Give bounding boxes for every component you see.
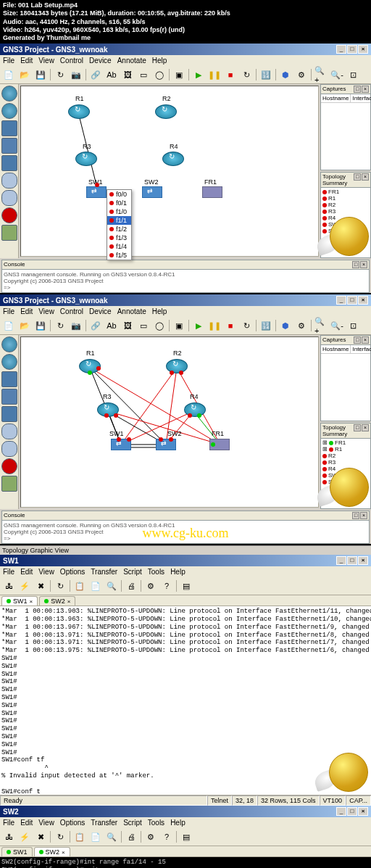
menu-annotate[interactable]: Annotate [117,307,146,315]
cube-button[interactable]: ⬢ [278,318,293,333]
reconnect-button[interactable]: ↻ [53,579,67,593]
image-button[interactable]: 🖼 [120,318,135,333]
new-button[interactable]: 📄 [1,67,16,82]
menu-control[interactable]: Control [60,307,83,315]
open-button[interactable]: 📂 [17,67,32,82]
title-bar[interactable]: SW1 _ □ × [0,555,371,566]
print-button[interactable]: 🖨 [124,830,138,844]
iface-item-f13[interactable]: f1/3 [107,233,131,242]
minimize-button[interactable]: _ [336,45,346,54]
tab-sw1[interactable]: SW1 [1,847,33,856]
stop-button[interactable]: ■ [223,67,238,82]
menu-help[interactable]: Help [152,57,167,65]
menu-edit[interactable]: Edit [20,819,33,827]
connect-button[interactable]: 🖧 [1,830,16,844]
panel-close-button[interactable]: × [362,424,369,431]
pause-button[interactable]: ❚❚ [207,67,222,82]
minimize-button[interactable]: _ [336,807,346,816]
captures-col-interface[interactable]: Interface [351,94,371,102]
iface-item-f14[interactable]: f1/4 [107,242,131,251]
panel-undock-button[interactable]: □ [352,261,359,268]
minimize-button[interactable]: _ [336,556,346,565]
close-button[interactable]: × [358,807,368,816]
menu-file[interactable]: File [3,307,14,315]
node-r2[interactable] [155,104,177,119]
reload-button[interactable]: ↻ [239,67,254,82]
zoom-fit-button[interactable]: ⊡ [346,67,360,82]
tab-close-icon[interactable]: × [30,598,33,605]
router-tool-icon[interactable] [1,336,17,352]
save-button[interactable]: 💾 [33,318,48,333]
cloud-tool-icon[interactable] [1,173,17,189]
panel-undock-button[interactable]: □ [354,173,361,181]
node-sw1[interactable] [86,186,107,198]
help-button[interactable]: ? [159,830,174,844]
console-button[interactable]: ▣ [172,318,186,333]
console-output[interactable]: GNS3 management console. Running on GNS3… [2,270,369,292]
title-bar[interactable]: GNS3 Project - GNS3_wwnoak _ □ × [0,44,371,55]
menu-script[interactable]: Script [123,819,142,827]
open-button[interactable]: 📂 [17,318,32,333]
print-button[interactable]: 🖨 [124,579,138,593]
tab-sw1[interactable]: SW1× [1,596,38,605]
panel-undock-button[interactable]: □ [354,424,361,431]
menu-view[interactable]: View [38,57,54,65]
minimize-button[interactable]: _ [336,296,346,305]
stop-button[interactable]: ■ [223,318,238,333]
menu-annotate[interactable]: Annotate [117,57,146,65]
zoom-in-button[interactable]: 🔍+ [314,67,328,82]
menu-view[interactable]: View [38,307,54,315]
menu-help[interactable]: Help [152,307,167,315]
zoom-out-button[interactable]: 🔍- [330,67,344,82]
quick-connect-button[interactable]: ⚡ [17,579,32,593]
snapshot-button[interactable]: 📷 [69,67,83,82]
link-button[interactable]: 🔗 [88,318,103,333]
iface-item-f10[interactable]: f1/0 [107,207,131,216]
topo-item[interactable]: R2 [322,202,370,208]
menu-edit[interactable]: Edit [20,57,33,65]
note-button[interactable]: Ab [104,67,119,82]
panel-close-button[interactable]: × [360,512,367,519]
topo-item[interactable]: R1 [322,195,370,202]
copy-button[interactable]: 📋 [72,830,87,844]
properties-button[interactable]: ⚙ [143,579,158,593]
menu-file[interactable]: File [3,57,14,65]
reconnect-button[interactable]: ↻ [53,830,67,844]
close-button[interactable]: × [358,45,368,54]
play-button[interactable]: ▶ [191,67,206,82]
tab-sw2[interactable]: SW2× [39,596,75,605]
menu-transfer[interactable]: Transfer [91,819,117,827]
find-button[interactable]: 🔍 [104,579,119,593]
title-bar[interactable]: GNS3 Project - GNS3_wwnoak _ □ × [0,294,371,306]
disconnect-button[interactable]: ✖ [33,579,48,593]
panel-close-button[interactable]: × [362,336,369,344]
image-button[interactable]: 🖼 [120,67,135,82]
properties-button[interactable]: ⚙ [143,830,158,844]
disconnect-button[interactable]: ✖ [33,830,48,844]
menu-options[interactable]: Options [60,568,85,576]
panel-undock-button[interactable]: □ [354,86,361,93]
close-button[interactable]: × [358,296,368,305]
gear-button[interactable]: ⚙ [294,67,309,82]
tab-close-icon[interactable]: × [67,598,71,605]
pause-button[interactable]: ❚❚ [207,318,222,333]
router-tool-icon[interactable] [1,86,17,102]
calc-button[interactable]: 🔢 [259,318,273,333]
captures-col-hostname[interactable]: Hostname [321,94,351,102]
title-bar[interactable]: SW2 _ □ × [0,806,371,817]
copy-button[interactable]: 📋 [72,579,87,593]
frame-tool-icon[interactable] [1,190,17,206]
find-button[interactable]: 🔍 [104,830,119,844]
menu-edit[interactable]: Edit [20,307,33,315]
node-fr1[interactable] [202,186,222,198]
iface-item-f00[interactable]: f0/0 [107,190,131,199]
maximize-button[interactable]: □ [347,807,357,816]
frame-tool-icon[interactable] [1,441,17,457]
remove-tool-icon[interactable] [1,458,17,474]
menu-help[interactable]: Help [170,568,186,576]
zoom-in-button[interactable]: 🔍+ [314,318,328,333]
paste-button[interactable]: 📄 [88,579,103,593]
cable-tool-icon[interactable] [1,476,17,492]
new-button[interactable]: 📄 [1,318,16,333]
panel-close-button[interactable]: × [362,173,369,181]
